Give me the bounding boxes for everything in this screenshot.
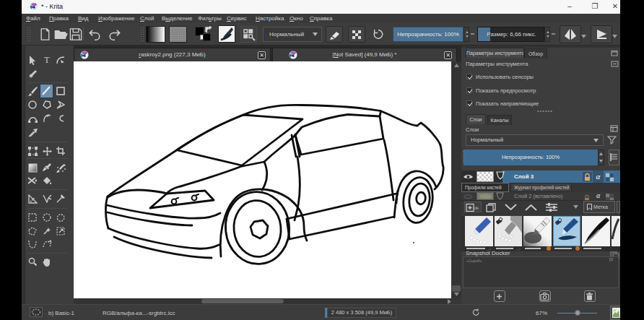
svg-text:tlk: tlk — [474, 206, 479, 210]
